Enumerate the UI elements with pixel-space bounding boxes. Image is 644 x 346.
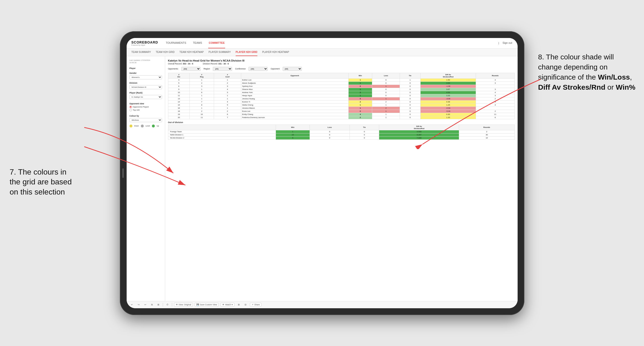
- cell-tie: 0: [400, 82, 420, 85]
- cell-diff: 1.50: [420, 78, 476, 82]
- division-label: Division: [130, 82, 162, 84]
- cell-reg: 7: [190, 100, 214, 103]
- toolbar-divider-2: [172, 303, 172, 307]
- nav-tournaments[interactable]: TOURNAMENTS: [166, 38, 187, 49]
- gender-section: Gender Women's: [130, 72, 162, 79]
- cell-tie: 0: [400, 85, 420, 88]
- player-rank-section: Player (Rank) 8. Katelyn Vo: [130, 92, 162, 99]
- cell-diff: -0.94: [420, 107, 476, 110]
- radio-top100[interactable]: Top 100: [130, 109, 162, 111]
- cell-loss: 0: [372, 94, 400, 97]
- colour-label-down: Down: [134, 125, 139, 127]
- annotation-left: 7. The colours in the grid are based on …: [10, 167, 72, 197]
- copy-button[interactable]: ⧉: [150, 303, 154, 307]
- region-filter-select[interactable]: (All): [213, 67, 232, 71]
- annotation-right: 8. The colour shade will change dependin…: [538, 52, 639, 92]
- cell-diff: -5.00: [420, 110, 476, 113]
- cell-div: 14: [168, 100, 190, 103]
- cell-conf: 1: [214, 107, 241, 110]
- view-original-button[interactable]: 👁 View: Original: [174, 303, 193, 307]
- sub-nav: TEAM SUMMARY TEAM H2H GRID TEAM H2H HEAT…: [127, 49, 518, 56]
- cell-rounds: 4: [476, 78, 514, 82]
- logo-sub: Powered by clippd: [132, 44, 158, 46]
- cell-tie: 1: [400, 78, 420, 82]
- colour-by-label: Colour by: [130, 115, 162, 117]
- cell-loss: 0: [372, 82, 400, 85]
- layout-button[interactable]: ⊟: [243, 303, 248, 306]
- watch-button[interactable]: 👁 Watch ▾: [220, 303, 234, 307]
- division-select[interactable]: NCAA Division III: [130, 85, 162, 89]
- overall-record-label: Overall Record: 353 - 34 - 6: [168, 62, 193, 65]
- gender-label: Gender: [130, 72, 162, 74]
- conference-filter-select[interactable]: (All): [248, 67, 268, 71]
- sub-nav-player-h2h-grid[interactable]: PLAYER H2H GRID: [236, 48, 257, 56]
- cell-diff: -3.00: [420, 97, 476, 100]
- sub-nav-team-h2h-grid[interactable]: TEAM H2H GRID: [156, 48, 174, 56]
- toolbar: ↩ ↪ ↩ ⧉ ⊞ ⏱ 👁 View: Original 💾 Save Cust…: [127, 301, 518, 308]
- player-rank-select[interactable]: 8. Katelyn Vo: [130, 95, 162, 99]
- history-button[interactable]: ↩: [143, 303, 148, 306]
- out-table-row: NAIA Division 1 15 0 0 9.267 30: [168, 133, 514, 136]
- table-row: 3 1 1 Esther Lee 1 0 1 1.50 4: [168, 78, 514, 82]
- cell-rounds: 3: [476, 94, 514, 97]
- out-cell-loss: 0: [310, 133, 350, 136]
- paste-button[interactable]: ⊞: [156, 303, 161, 306]
- out-cell-loss: 0: [310, 136, 350, 140]
- region-filter-label: Region: [204, 68, 210, 70]
- annotation-sep1: ,: [630, 73, 632, 81]
- cell-reg: 1: [190, 107, 214, 110]
- annotation-sep2: or: [605, 83, 616, 91]
- col-rounds: Rounds: [476, 73, 514, 78]
- clock-button[interactable]: ⏱: [165, 303, 170, 306]
- last-updated: Last Updated: 27/03/202416:55:38: [130, 59, 162, 64]
- sub-nav-player-summary[interactable]: PLAYER SUMMARY: [208, 48, 231, 56]
- radio-opponents-played[interactable]: Opponents Played: [130, 106, 162, 108]
- cell-opponent: Jessica Mason: [241, 107, 348, 110]
- nav-teams[interactable]: TEAMS: [192, 38, 202, 49]
- save-custom-button[interactable]: 💾 Save Custom View: [195, 303, 219, 307]
- opponents-filter-label: Opponents:: [168, 68, 179, 70]
- cell-opponent: Jessica Huang: [241, 97, 348, 100]
- cell-conf: 4: [214, 88, 241, 91]
- sub-nav-player-h2h-heatmap[interactable]: PLAYER H2H HEATMAP: [262, 48, 289, 56]
- cell-tie: 0: [400, 94, 420, 97]
- opponent-filter-select[interactable]: (All): [283, 67, 302, 71]
- undo-button[interactable]: ↩: [130, 303, 134, 306]
- out-cell-win: 5: [276, 136, 310, 140]
- cell-diff: -1.00: [420, 85, 476, 88]
- cell-conf: 5: [214, 103, 241, 107]
- tablet-screen: SCOREBOARD Powered by clippd TOURNAMENTS…: [127, 38, 518, 308]
- logo-text: SCOREBOARD: [132, 40, 158, 44]
- cell-diff: 3.67: [420, 88, 476, 91]
- cell-reg: 11: [190, 116, 214, 119]
- colour-by-select[interactable]: Win/loss: [130, 118, 162, 122]
- cell-win: 0: [348, 85, 372, 88]
- cell-opponent: Stella Cheng: [241, 103, 348, 107]
- cell-diff: 1.25: [420, 103, 476, 107]
- out-of-division-header: Out of division: [168, 121, 515, 124]
- main-content: Last Updated: 27/03/202416:55:38 Player …: [127, 56, 518, 301]
- view-icon: 👁: [176, 304, 178, 306]
- division-section: Division NCAA Division III: [130, 82, 162, 89]
- cell-conf: 1: [214, 78, 241, 82]
- col-win: Win: [348, 73, 372, 78]
- cell-opponent: Heejo Hyun: [241, 94, 348, 97]
- nav-committee[interactable]: COMMITTEE: [208, 38, 225, 49]
- opponent-view-options: Opponents Played Top 100: [130, 106, 162, 111]
- cell-div: 3: [168, 78, 190, 82]
- table-row: 18 2 2 Euna Lee 0 1 0 -5.00 2: [168, 110, 514, 113]
- gender-select[interactable]: Women's: [130, 75, 162, 79]
- share-button[interactable]: ↗ Share: [250, 303, 262, 307]
- sign-out-button[interactable]: Sign out: [502, 38, 512, 49]
- opponents-filter-select[interactable]: (All): [181, 67, 200, 71]
- grid-button[interactable]: ⊞: [236, 303, 241, 306]
- cell-tie: 0: [400, 103, 420, 107]
- sub-nav-team-summary[interactable]: TEAM SUMMARY: [132, 48, 151, 56]
- redo-button[interactable]: ↪: [136, 303, 141, 306]
- colour-dot-level: [141, 125, 144, 127]
- cell-conf: 2: [214, 82, 241, 85]
- sub-nav-team-h2h-heatmap[interactable]: TEAM H2H HEATMAP: [179, 48, 204, 56]
- out-division-table: Win Loss Tie Diff AvStrokes/Rnd Rounds F…: [168, 125, 515, 140]
- annotation-bold-winpct: Win%: [616, 83, 635, 91]
- col-diff: Diff AvStrokes/Rnd: [420, 73, 476, 78]
